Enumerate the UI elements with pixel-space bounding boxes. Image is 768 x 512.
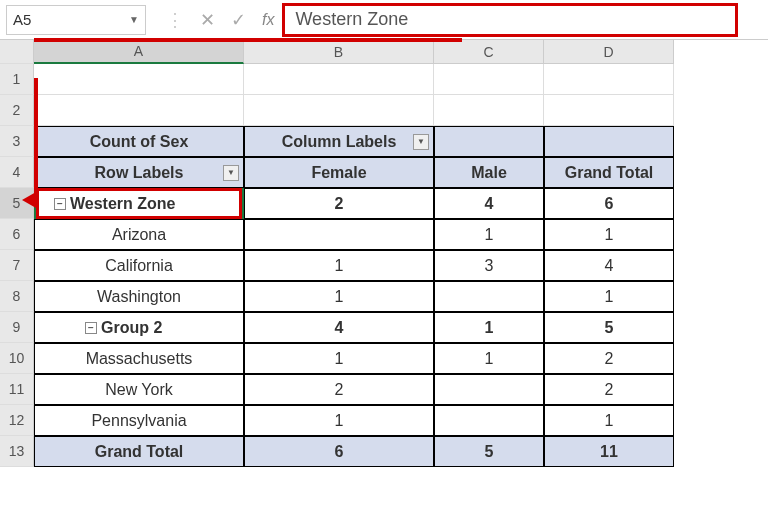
cell[interactable]: 1 <box>434 343 544 374</box>
cell-row-labels[interactable]: Row Labels ▼ <box>34 157 244 188</box>
row-header[interactable]: 10 <box>0 343 34 374</box>
row-header[interactable]: 2 <box>0 95 34 126</box>
cell[interactable]: 1 <box>244 343 434 374</box>
group-name: Western Zone <box>70 195 176 213</box>
cell[interactable] <box>244 64 434 95</box>
enter-icon[interactable]: ✓ <box>231 9 246 31</box>
cell[interactable]: 3 <box>434 250 544 281</box>
cell[interactable] <box>434 374 544 405</box>
cell[interactable]: 5 <box>544 312 674 343</box>
collapse-icon[interactable]: − <box>54 198 66 210</box>
cell[interactable] <box>544 64 674 95</box>
cancel-icon[interactable]: ✕ <box>200 9 215 31</box>
cell[interactable]: New York <box>34 374 244 405</box>
row-header[interactable]: 9 <box>0 312 34 343</box>
cell[interactable] <box>544 95 674 126</box>
cell[interactable]: 1 <box>544 405 674 436</box>
dropdown-icon[interactable]: ▼ <box>413 134 429 150</box>
row-header[interactable]: 3 <box>0 126 34 157</box>
cell[interactable]: 1 <box>434 312 544 343</box>
spreadsheet: 1 2 3 4 5 6 7 8 9 10 11 12 13 A B C D Co… <box>0 40 768 467</box>
cell[interactable] <box>244 95 434 126</box>
cell[interactable]: 4 <box>434 188 544 219</box>
cell[interactable]: California <box>34 250 244 281</box>
row-header[interactable]: 11 <box>0 374 34 405</box>
cell[interactable]: 1 <box>544 219 674 250</box>
cell-western-zone[interactable]: − Western Zone <box>34 188 244 219</box>
cell-female-header[interactable]: Female <box>244 157 434 188</box>
cell[interactable]: Washington <box>34 281 244 312</box>
cell[interactable] <box>434 126 544 157</box>
cell[interactable]: 1 <box>544 281 674 312</box>
column-labels-text: Column Labels <box>282 133 397 151</box>
row-header[interactable]: 8 <box>0 281 34 312</box>
row-header[interactable]: 6 <box>0 219 34 250</box>
col-header[interactable]: C <box>434 40 544 64</box>
select-all[interactable] <box>0 40 34 64</box>
row-labels-text: Row Labels <box>95 164 184 182</box>
name-box[interactable]: A5 ▼ <box>6 5 146 35</box>
cell[interactable]: Arizona <box>34 219 244 250</box>
grid: A B C D Count of Sex Column Labels ▼ Row… <box>34 40 768 467</box>
cell[interactable]: 1 <box>244 281 434 312</box>
row-header[interactable]: 7 <box>0 250 34 281</box>
cell[interactable]: 1 <box>434 219 544 250</box>
cell-grand-total-row[interactable]: Grand Total <box>34 436 244 467</box>
collapse-icon[interactable]: − <box>85 322 97 334</box>
cell[interactable]: 11 <box>544 436 674 467</box>
col-header[interactable]: D <box>544 40 674 64</box>
row-header[interactable]: 12 <box>0 405 34 436</box>
cell[interactable]: 2 <box>544 374 674 405</box>
fx-icon[interactable]: fx <box>262 11 274 29</box>
row-header[interactable]: 5 <box>0 188 34 219</box>
row-header[interactable]: 1 <box>0 64 34 95</box>
cell[interactable] <box>434 281 544 312</box>
cell[interactable] <box>244 219 434 250</box>
cell[interactable] <box>34 64 244 95</box>
cell[interactable]: 2 <box>244 188 434 219</box>
cell-male-header[interactable]: Male <box>434 157 544 188</box>
cell[interactable] <box>434 64 544 95</box>
row-header[interactable]: 4 <box>0 157 34 188</box>
col-header[interactable]: B <box>244 40 434 64</box>
column-headers: A B C D <box>34 40 768 64</box>
divider-icon: ⋮ <box>166 9 184 31</box>
name-box-value: A5 <box>13 11 31 28</box>
cell[interactable]: 1 <box>244 405 434 436</box>
cell[interactable]: 6 <box>244 436 434 467</box>
cell[interactable]: 6 <box>544 188 674 219</box>
cell[interactable]: 4 <box>244 312 434 343</box>
chevron-down-icon: ▼ <box>129 14 139 25</box>
cell[interactable] <box>434 405 544 436</box>
cell[interactable]: 1 <box>244 250 434 281</box>
cell[interactable]: 2 <box>544 343 674 374</box>
group-name: Group 2 <box>101 319 162 337</box>
cell[interactable] <box>34 95 244 126</box>
row-headers: 1 2 3 4 5 6 7 8 9 10 11 12 13 <box>0 40 34 467</box>
formula-bar-value: Western Zone <box>295 9 408 30</box>
cell[interactable]: 5 <box>434 436 544 467</box>
col-header[interactable]: A <box>34 40 244 64</box>
row-header[interactable]: 13 <box>0 436 34 467</box>
cell[interactable]: 4 <box>544 250 674 281</box>
cell[interactable]: 2 <box>244 374 434 405</box>
cell-column-labels[interactable]: Column Labels ▼ <box>244 126 434 157</box>
dropdown-icon[interactable]: ▼ <box>223 165 239 181</box>
cell[interactable]: Massachusetts <box>34 343 244 374</box>
cell[interactable]: Pennsylvania <box>34 405 244 436</box>
formula-tools: ⋮ ✕ ✓ fx <box>166 9 282 31</box>
cell-grand-total-header[interactable]: Grand Total <box>544 157 674 188</box>
cell[interactable] <box>544 126 674 157</box>
cell-count-of-sex[interactable]: Count of Sex <box>34 126 244 157</box>
formula-bar[interactable]: Western Zone <box>282 3 738 37</box>
formula-bar-row: A5 ▼ ⋮ ✕ ✓ fx Western Zone <box>0 0 768 40</box>
cell-group2[interactable]: − Group 2 <box>34 312 244 343</box>
cell[interactable] <box>434 95 544 126</box>
